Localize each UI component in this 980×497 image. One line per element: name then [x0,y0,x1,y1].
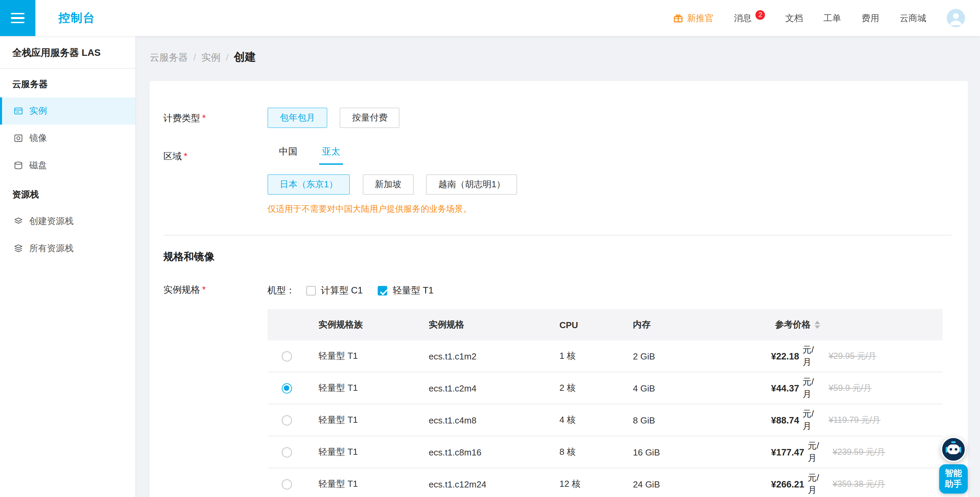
cell-spec: ecs.t1.c12m24 [424,468,553,497]
cell-family: 轻量型 T1 [305,373,424,404]
header-mem: 内存 [628,309,771,341]
sidebar-item-label: 实例 [29,105,47,117]
machine-type-label: 机型： [267,285,295,297]
instance-spec-control: 机型： 计算型 C1 轻量型 T1 [267,284,943,497]
spec-radio[interactable] [282,351,292,361]
main-content: 云服务器 / 实例 / 创建 计费类型* 包年包月 按量付费 区域* [136,36,980,497]
sidebar-item-instances[interactable]: 实例 [0,97,135,124]
cell-family: 轻量型 T1 [305,436,424,468]
sidebar-item-images[interactable]: 镜像 [0,124,135,152]
topbar: 控制台 新推官 消息 2 文档 [0,0,980,36]
tab-asia-pacific[interactable]: 亚太 [322,146,340,165]
cell-mem: 8 GiB [628,405,771,436]
section-divider [163,235,951,236]
region-option-japan-tokyo1[interactable]: 日本（东京1） [267,174,350,195]
billing-option-subscription[interactable]: 包年包月 [267,108,327,128]
cell-cpu: 8 核 [553,436,628,468]
disk-icon [14,161,23,170]
nav-promoter[interactable]: 新推官 [673,12,714,24]
menu-button[interactable] [0,0,35,36]
assistant-widget[interactable]: 智能 助手 [938,436,969,494]
spec-row-ecs-t1-c8m16[interactable]: 轻量型 T1 ecs.t1.c8m16 8 核 16 GiB ¥177.47 元… [267,436,943,468]
cell-price: ¥88.74 元/月 ¥119.79 元/月 [771,405,943,436]
sidebar-title: 全栈应用服务器 LAS [0,36,135,69]
checkbox-light-t1[interactable] [378,286,387,295]
spec-table: 实例规格族 实例规格 CPU 内存 参考价格 轻量型 T1 [267,309,943,497]
checkbox-label: 轻量型 T1 [393,285,434,297]
cell-spec: ecs.t1.c4m8 [424,405,553,436]
machine-type-light-t1[interactable]: 轻量型 T1 [378,285,434,297]
cell-cpu: 1 核 [553,341,628,372]
user-avatar[interactable] [947,9,965,27]
section-title-spec-image: 规格和镜像 [163,250,951,263]
spec-row-ecs-t1-c4m8[interactable]: 轻量型 T1 ecs.t1.c4m8 4 核 8 GiB ¥88.74 元/月 … [267,405,943,436]
region-note: 仅适用于不需要对中国大陆用户提供服务的业务场景。 [267,204,527,215]
region-tabs: 中国 亚太 [279,146,527,165]
cell-cpu: 12 核 [553,468,628,497]
cell-mem: 16 GiB [628,436,771,468]
machine-type-compute-c1[interactable]: 计算型 C1 [306,285,363,297]
nav-billing[interactable]: 费用 [862,12,879,24]
cell-family: 轻量型 T1 [305,405,424,436]
region-options: 日本（东京1） 新加坡 越南（胡志明1） [267,174,527,195]
spec-radio[interactable] [282,383,292,393]
price-current: ¥88.74 [771,415,799,425]
nav-docs[interactable]: 文档 [785,12,803,24]
nav-tickets[interactable]: 工单 [824,12,841,24]
viewport: 控制台 新推官 消息 2 文档 [0,0,980,497]
required-mark: * [202,113,206,123]
breadcrumb-separator: / [193,52,196,63]
breadcrumb-item-cloud-server[interactable]: 云服务器 [150,52,188,64]
cell-price: ¥177.47 元/月 ¥239.59 元/月 [771,436,943,468]
billing-option-pay-as-you-go[interactable]: 按量付费 [340,108,400,128]
spec-table-header: 实例规格族 实例规格 CPU 内存 参考价格 [267,309,943,341]
spec-row-ecs-t1-c2m4[interactable]: 轻量型 T1 ecs.t1.c2m4 2 核 4 GiB ¥44.37 元/月 … [267,373,943,405]
sidebar-item-label: 创建资源栈 [29,215,73,228]
price-original: ¥59.9 元/月 [829,382,894,394]
cell-family: 轻量型 T1 [305,468,424,497]
cell-price: ¥44.37 元/月 ¥59.9 元/月 [771,373,943,404]
cell-family: 轻量型 T1 [305,341,424,372]
nav-messages-label: 消息 [734,12,752,24]
machine-type-row: 机型： 计算型 C1 轻量型 T1 [267,284,943,298]
breadcrumb-item-instances[interactable]: 实例 [202,52,221,64]
region-option-vietnam-hcmc1[interactable]: 越南（胡志明1） [426,174,517,195]
spec-row-ecs-t1-c1m2[interactable]: 轻量型 T1 ecs.t1.c1m2 1 核 2 GiB ¥22.18 元/月 … [267,341,943,373]
nav-market[interactable]: 云商城 [900,12,926,24]
robot-icon[interactable] [940,436,966,462]
breadcrumb-separator: / [226,52,229,63]
billing-type-options: 包年包月 按量付费 [267,108,409,128]
spec-radio[interactable] [282,479,292,489]
sort-icon [815,321,820,329]
price-current: ¥266.21 [771,479,804,489]
console-link[interactable]: 控制台 [59,10,95,26]
tab-china[interactable]: 中国 [279,146,298,165]
sidebar-item-disks[interactable]: 磁盘 [0,152,135,179]
price-original: ¥359.38 元/月 [833,478,894,490]
header-price[interactable]: 参考价格 [771,309,943,341]
spec-row-ecs-t1-c12m24[interactable]: 轻量型 T1 ecs.t1.c12m24 12 核 24 GiB ¥266.21… [267,468,943,497]
sidebar: 全栈应用服务器 LAS 云服务器 实例 镜像 [0,36,136,497]
nav-promoter-label: 新推官 [687,12,714,24]
price-current: ¥22.18 [771,351,799,361]
image-icon [14,134,23,143]
cell-price: ¥266.21 元/月 ¥359.38 元/月 [771,468,943,497]
nav-messages[interactable]: 消息 2 [734,12,765,24]
breadcrumb-item-create: 创建 [234,50,256,65]
region-option-singapore[interactable]: 新加坡 [363,174,414,195]
assistant-label[interactable]: 智能 助手 [939,464,968,494]
price-original: ¥119.79 元/月 [829,414,894,426]
spec-radio[interactable] [282,447,292,457]
sidebar-header-cloud-server: 云服务器 [0,69,135,97]
billing-type-label: 计费类型* [163,108,267,128]
price-unit: 元/月 [808,472,826,496]
cell-cpu: 2 核 [553,373,628,404]
checkbox-compute-c1[interactable] [306,286,315,295]
sidebar-item-create-stack[interactable]: 创建资源栈 [0,208,135,235]
sidebar-item-all-stacks[interactable]: 所有资源栈 [0,235,135,262]
messages-badge: 2 [756,10,765,19]
cell-spec: ecs.t1.c8m16 [424,436,553,468]
instance-spec-row: 实例规格* 机型： 计算型 C1 轻量型 T1 [163,284,951,497]
spec-radio[interactable] [282,415,292,425]
create-stack-icon [14,217,23,226]
